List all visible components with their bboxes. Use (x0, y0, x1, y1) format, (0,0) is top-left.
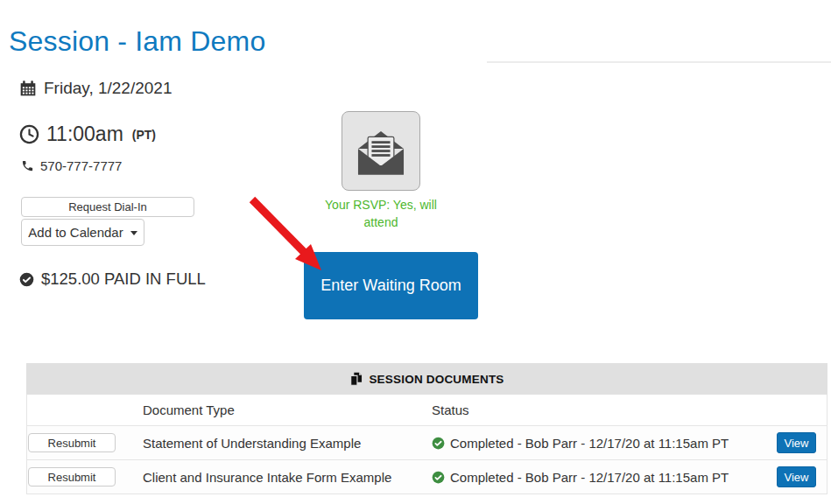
column-status: Status (432, 402, 759, 417)
payment-status: $125.00 PAID IN FULL (41, 270, 206, 289)
session-documents-body: Document Type Status Resubmit Statement … (26, 395, 827, 494)
rsvp-status-text: Your RSVP: Yes, will attend (324, 197, 438, 231)
view-button[interactable]: View (777, 466, 816, 487)
session-time: 11:00am (46, 122, 123, 146)
session-date: Friday, 1/22/2021 (44, 79, 172, 98)
table-row: Resubmit Statement of Understanding Exam… (27, 425, 827, 459)
clock-icon (19, 124, 39, 144)
rsvp-card[interactable] (342, 111, 420, 191)
session-time-row: 11:00am (PT) (19, 122, 156, 146)
resubmit-button[interactable]: Resubmit (28, 467, 116, 486)
enter-waiting-room-button[interactable]: Enter Waiting Room (304, 252, 478, 319)
document-type-cell: Client and Insurance Intake Form Example (143, 470, 432, 485)
session-page: Session - Iam Demo Friday, 1/22/2021 (0, 0, 831, 504)
request-dial-in-button[interactable]: Request Dial-In (21, 197, 194, 217)
session-phone: 570-777-7777 (40, 158, 122, 173)
add-to-calendar-label: Add to Calendar (28, 225, 123, 240)
open-envelope-icon (354, 127, 408, 176)
session-phone-row: 570-777-7777 (21, 158, 122, 173)
session-date-row: Friday, 1/22/2021 (19, 79, 172, 98)
column-document-type: Document Type (143, 402, 432, 417)
view-button[interactable]: View (777, 432, 816, 453)
check-circle-green-icon (432, 471, 445, 484)
divider (487, 61, 831, 63)
resubmit-button[interactable]: Resubmit (28, 433, 116, 452)
table-row: Resubmit Client and Insurance Intake For… (27, 459, 827, 494)
check-circle-green-icon (432, 437, 445, 450)
documents-column-headers: Document Type Status (27, 395, 827, 425)
session-documents-title: SESSION DOCUMENTS (369, 373, 504, 386)
session-documents-header: SESSION DOCUMENTS (26, 363, 827, 395)
document-type-cell: Statement of Understanding Example (143, 436, 432, 451)
documents-icon (349, 372, 363, 386)
add-to-calendar-button[interactable]: Add to Calendar (21, 219, 144, 246)
payment-status-row: $125.00 PAID IN FULL (19, 270, 206, 289)
check-circle-icon (19, 272, 34, 287)
session-timezone: (PT) (132, 128, 156, 142)
status-cell: Completed - Bob Parr - 12/17/20 at 11:15… (450, 470, 729, 485)
status-cell: Completed - Bob Parr - 12/17/20 at 11:15… (450, 436, 729, 451)
caret-down-icon (130, 231, 137, 235)
page-title: Session - Iam Demo (9, 25, 265, 58)
phone-icon (21, 159, 34, 172)
calendar-icon (19, 80, 37, 97)
session-documents-table: SESSION DOCUMENTS Document Type Status R… (26, 363, 827, 494)
